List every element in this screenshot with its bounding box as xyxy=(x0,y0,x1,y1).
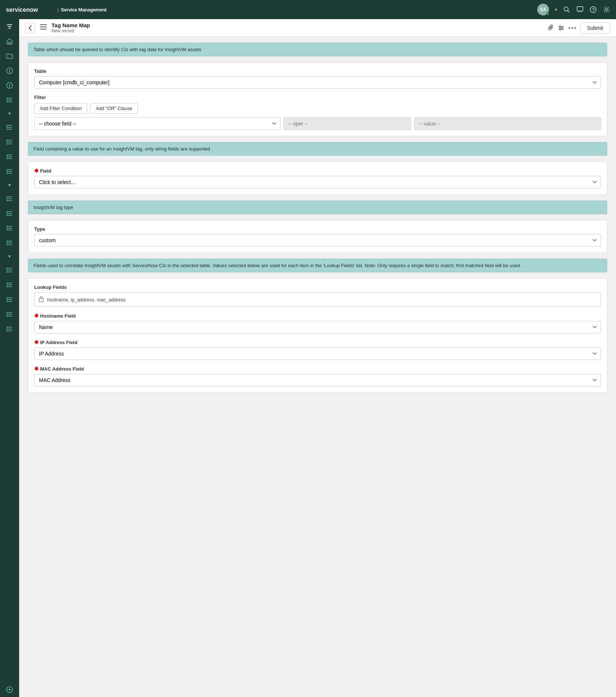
sidebar-item-list12[interactable] xyxy=(0,292,19,307)
svg-point-16 xyxy=(9,84,10,85)
svg-point-68 xyxy=(7,241,8,242)
field-section-header: Field containing a value to use for an I… xyxy=(28,142,607,156)
paperclip-icon[interactable] xyxy=(548,25,554,31)
type-label: Type xyxy=(34,226,601,232)
svg-point-62 xyxy=(7,226,8,227)
record-title-group: Tag Name Map New record xyxy=(52,22,90,33)
mac-address-field-label: ✱ MAC Address Field xyxy=(34,366,601,372)
svg-point-33 xyxy=(7,142,8,143)
sidebar-item-home[interactable] xyxy=(0,34,19,49)
add-filter-condition-button[interactable]: Add Filter Condition xyxy=(34,103,87,114)
type-select[interactable]: custom xyxy=(34,234,601,247)
svg-point-88 xyxy=(7,301,8,302)
svg-point-45 xyxy=(7,171,8,172)
chat-icon[interactable] xyxy=(576,6,584,13)
sidebar-item-list11[interactable] xyxy=(0,277,19,292)
help-icon[interactable]: ? xyxy=(590,6,597,13)
svg-point-94 xyxy=(7,316,8,317)
table-select[interactable]: Computer [cmdb_ci_computer] xyxy=(34,76,601,89)
back-button[interactable] xyxy=(25,23,35,33)
svg-point-75 xyxy=(7,270,8,271)
sidebar-item-list2[interactable] xyxy=(0,120,19,135)
svg-point-34 xyxy=(7,144,8,145)
svg-point-92 xyxy=(7,312,8,313)
svg-point-46 xyxy=(7,173,8,174)
svg-rect-115 xyxy=(39,298,43,302)
svg-point-56 xyxy=(7,211,8,212)
svg-point-26 xyxy=(7,125,8,126)
filter-oper-input[interactable] xyxy=(283,117,411,130)
sidebar-item-info2[interactable] xyxy=(0,78,19,93)
mac-address-field-select[interactable]: MAC Address xyxy=(34,374,601,386)
sidebar-item-list3[interactable] xyxy=(0,135,19,149)
sidebar-item-nav1[interactable]: ▼ xyxy=(0,107,19,120)
table-section-header: Table which should be queried to identif… xyxy=(28,43,607,56)
sidebar-item-list7[interactable] xyxy=(0,206,19,221)
svg-point-81 xyxy=(7,284,8,286)
ip-required-star: ✱ xyxy=(34,339,39,345)
sidebar-item-list1[interactable] xyxy=(0,93,19,107)
type-field-group: Type custom xyxy=(34,226,601,247)
servicenow-logo-svg: servicenow xyxy=(6,4,54,15)
hostname-field-group: ✱ Hostname Field Name xyxy=(34,313,601,333)
sidebar-item-info1[interactable] xyxy=(0,63,19,78)
svg-point-110 xyxy=(562,27,563,29)
user-avatar[interactable]: SA xyxy=(537,4,549,15)
sidebar-item-list10[interactable] xyxy=(0,263,19,277)
sidebar-item-list6[interactable] xyxy=(0,191,19,206)
sidebar-item-play[interactable] xyxy=(0,682,19,697)
svg-point-39 xyxy=(7,156,8,158)
settings-icon[interactable] xyxy=(603,6,610,13)
ip-address-field-group: ✱ IP Address Field IP Address xyxy=(34,339,601,360)
sidebar-item-list4[interactable] xyxy=(0,149,19,164)
search-icon[interactable] xyxy=(563,6,570,13)
filter-value-input[interactable] xyxy=(414,117,601,130)
svg-point-74 xyxy=(7,268,8,269)
svg-point-22 xyxy=(7,102,8,103)
hostname-field-select[interactable]: Name xyxy=(34,321,601,333)
svg-point-87 xyxy=(7,299,8,300)
mac-required-star: ✱ xyxy=(34,366,39,372)
field-select[interactable]: Click to select... xyxy=(34,176,601,188)
svg-point-28 xyxy=(7,129,8,130)
svg-text:servicenow: servicenow xyxy=(6,7,38,13)
filter-field-group: Filter Add Filter Condition Add "OR" Cla… xyxy=(34,95,601,130)
sidebar-item-list9[interactable] xyxy=(0,236,19,250)
hostname-required-star: ✱ xyxy=(34,313,39,319)
lookup-fields-value: hostname, ip_address, mac_address xyxy=(47,297,125,302)
sidebar-item-filter[interactable] xyxy=(0,19,19,34)
svg-point-86 xyxy=(7,297,8,298)
sidebar: ▼ ▼ xyxy=(0,19,19,697)
content-area: Table which should be queried to identif… xyxy=(19,37,616,697)
hamburger-menu-icon[interactable] xyxy=(40,24,47,32)
tag-type-section-header: InsightVM tag type xyxy=(28,201,607,214)
sidebar-item-list13[interactable] xyxy=(0,307,19,322)
svg-point-69 xyxy=(7,243,8,244)
submit-button[interactable]: Submit xyxy=(580,22,610,33)
svg-rect-3 xyxy=(577,7,583,11)
svg-point-32 xyxy=(7,140,8,141)
filter-field-select[interactable]: -- choose field -- xyxy=(34,117,280,130)
svg-text:?: ? xyxy=(592,7,595,13)
table-field-group: Table Computer [cmdb_ci_computer] xyxy=(34,68,601,89)
sidebar-item-nav3[interactable]: ▼ xyxy=(0,250,19,263)
sidebar-item-list5[interactable] xyxy=(0,164,19,179)
table-label: Table xyxy=(34,68,601,74)
lookup-form-section: Lookup Fields hostname, ip_address, mac_… xyxy=(28,278,607,393)
form-body: Table which should be queried to identif… xyxy=(19,37,616,399)
svg-point-27 xyxy=(7,127,8,128)
filter-buttons: Add Filter Condition Add "OR" Clause xyxy=(34,103,601,114)
more-options-icon[interactable] xyxy=(568,26,576,29)
sidebar-item-folder[interactable] xyxy=(0,49,19,63)
svg-point-40 xyxy=(7,158,8,159)
sliders-icon[interactable] xyxy=(558,25,564,31)
avatar-chevron[interactable]: ▾ xyxy=(555,7,557,12)
svg-point-58 xyxy=(7,215,8,216)
ip-address-field-select[interactable]: IP Address xyxy=(34,347,601,360)
sidebar-item-list8[interactable] xyxy=(0,221,19,236)
add-or-clause-button[interactable]: Add "OR" Clause xyxy=(90,103,138,114)
sidebar-item-list14[interactable] xyxy=(0,322,19,336)
field-field-group: ✱ Field Click to select... xyxy=(34,168,601,188)
svg-marker-102 xyxy=(9,689,11,691)
sidebar-item-nav2[interactable]: ▼ xyxy=(0,179,19,191)
